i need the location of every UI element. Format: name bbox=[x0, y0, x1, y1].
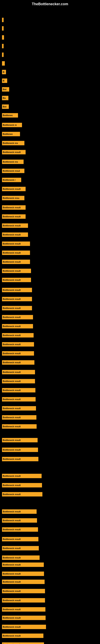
bar-rect: Bottleneck r bbox=[2, 178, 21, 182]
bar-label: Bottleneck res bbox=[3, 160, 18, 163]
bar-item: Bot bbox=[2, 87, 9, 92]
bar-item: Bottleneck result bbox=[2, 250, 30, 255]
bar-rect: Bottleneck result bbox=[2, 616, 46, 620]
bar-rect: Bottleneck result bbox=[2, 438, 38, 442]
bar-rect: Bottleneck result bbox=[2, 242, 30, 246]
bar-item: Bottleneck result bbox=[2, 457, 38, 461]
bar-rect: Bottleneck result bbox=[2, 492, 42, 496]
bar-rect: Bottleneck result bbox=[2, 518, 37, 523]
bar-label: Bottleneck result bbox=[3, 270, 21, 272]
bar-label: Bottleneck result bbox=[3, 252, 21, 254]
bar-label: Bottleneck result bbox=[3, 572, 21, 575]
bar-item: Bottleneck result bbox=[2, 324, 33, 328]
bar-item: Bottleneck result bbox=[2, 527, 38, 532]
bar-rect: Bottleneck result bbox=[2, 150, 26, 154]
bar-label: Bottleneck result bbox=[3, 448, 21, 451]
bar-label: Bot bbox=[3, 106, 6, 108]
bar-rect: Bottleneck re bbox=[2, 123, 22, 127]
bar-rect: Bottleneck result bbox=[2, 388, 35, 392]
bar-rect: Bottleneck result bbox=[2, 424, 37, 429]
bar-label: Bottleneck result bbox=[3, 334, 21, 336]
bar-label: Bottlenec bbox=[3, 114, 13, 116]
bar-item: Bottleneck result bbox=[2, 214, 26, 219]
bar-item: Bottleneck result bbox=[2, 438, 38, 442]
bar-label: Bottleneck result bbox=[3, 380, 21, 382]
bar-item bbox=[2, 26, 3, 30]
bar-item: Bottleneck result bbox=[2, 509, 37, 514]
bar-label: Bottleneck result bbox=[3, 599, 21, 602]
bar-item: Bottleneck result bbox=[2, 315, 33, 320]
bar-item: Bottleneck result bbox=[2, 518, 37, 523]
bar-rect: Bottleneck result bbox=[2, 379, 35, 384]
bar-label: Bottleneck result bbox=[3, 484, 21, 486]
bar-item: Bo bbox=[2, 96, 8, 100]
bar-item: B bbox=[2, 70, 6, 74]
bar-rect: Bottleneck res bbox=[2, 160, 24, 164]
bar-rect: Bottleneck result bbox=[2, 556, 40, 560]
bar-rect: Bottleneck result bbox=[2, 415, 36, 420]
bar-label: Bo bbox=[3, 97, 6, 99]
bar-rect: Bottleneck result bbox=[2, 397, 36, 402]
bar-label: Bottleneck result bbox=[3, 215, 21, 218]
bar-item: Bottleneck result bbox=[2, 616, 46, 620]
bar-label: Bottleneck result bbox=[3, 279, 21, 281]
bar-rect: Bottleneck result bbox=[2, 333, 34, 338]
bar-rect: Bottleneck result bbox=[2, 607, 46, 612]
bar-label: Bottleneck result bbox=[3, 343, 21, 346]
bar-rect: Bottleneck res bbox=[2, 141, 24, 145]
bar-label: Bottleneck result bbox=[3, 626, 21, 628]
bar-item: B bbox=[2, 78, 7, 83]
bar-item: Bottleneck resul bbox=[2, 169, 24, 173]
bar-rect: Bottleneck result bbox=[2, 589, 45, 593]
bar-label: Bottleneck result bbox=[3, 325, 21, 328]
bar-rect: Bottleneck result bbox=[2, 370, 35, 374]
bar-item: Bottleneck result bbox=[2, 483, 42, 488]
bar-item: Bottleneck r bbox=[2, 178, 21, 182]
bar-rect: Bottleneck result bbox=[2, 306, 32, 310]
bar-item: Bottleneck result bbox=[2, 288, 32, 292]
bar-item: Bottleneck result bbox=[2, 474, 42, 478]
bar-rect: Bottleneck result bbox=[2, 214, 26, 219]
bar-item: Bottleneck result bbox=[2, 388, 35, 392]
bar-label: Bottleneck result bbox=[3, 188, 21, 190]
bar-item: Bottleneck result bbox=[2, 415, 36, 420]
site-title: TheBottlenecker.com bbox=[0, 0, 100, 7]
bar-rect: Bottleneck result bbox=[2, 448, 38, 452]
bar-rect bbox=[2, 61, 5, 66]
bar-label: Bottleneck re bbox=[3, 124, 17, 126]
bar-item: Bottleneck result bbox=[2, 537, 38, 541]
bar-item: Bottleneck result bbox=[2, 224, 28, 228]
bar-item: Bottleneck result bbox=[2, 150, 26, 154]
bar-item: Bottleneck result bbox=[2, 406, 36, 410]
bar-rect: Bottleneck result bbox=[2, 625, 46, 629]
bar-label: Bottleneck result bbox=[3, 416, 21, 418]
bar-item: Bottleneck result bbox=[2, 342, 34, 346]
bar-rect: Bottleneck result bbox=[2, 509, 37, 514]
bar-item: Bottlenec bbox=[2, 132, 20, 136]
bar-rect: Bo bbox=[2, 96, 8, 100]
bar-label: Bottleneck result bbox=[3, 556, 21, 559]
bar-rect: Bottleneck result bbox=[2, 205, 26, 210]
bar-rect: Bottleneck result bbox=[2, 406, 36, 410]
bar-rect: Bottleneck result bbox=[2, 580, 45, 584]
bar-item: Bottleneck result bbox=[2, 260, 30, 264]
bar-item bbox=[2, 61, 5, 66]
bar-label: Bottleneck result bbox=[3, 398, 21, 400]
bar-item: Bottleneck result bbox=[2, 589, 45, 593]
bar-item: Bottleneck result bbox=[2, 397, 36, 402]
bar-item: Bottleneck result bbox=[2, 242, 30, 246]
bar-rect bbox=[2, 52, 3, 57]
bar-rect: Bottleneck result bbox=[2, 598, 45, 602]
bar-rect bbox=[2, 35, 4, 40]
bar-rect: Bottleneck result bbox=[2, 483, 42, 488]
bar-label: Bottleneck result bbox=[3, 298, 21, 300]
bar-rect: Bottleneck result bbox=[2, 360, 34, 365]
bar-rect: Bottleneck result bbox=[2, 269, 31, 273]
bar-label: B bbox=[3, 71, 4, 73]
bar-rect: Bottleneck result bbox=[2, 288, 32, 292]
bar-label: Bottleneck result bbox=[3, 547, 21, 550]
bar-item: Bottleneck result bbox=[2, 625, 46, 629]
bar-label: Bottleneck result bbox=[3, 510, 21, 513]
bar-item: Bottlenec bbox=[2, 113, 18, 118]
bar-item: Bottleneck result bbox=[2, 580, 45, 584]
